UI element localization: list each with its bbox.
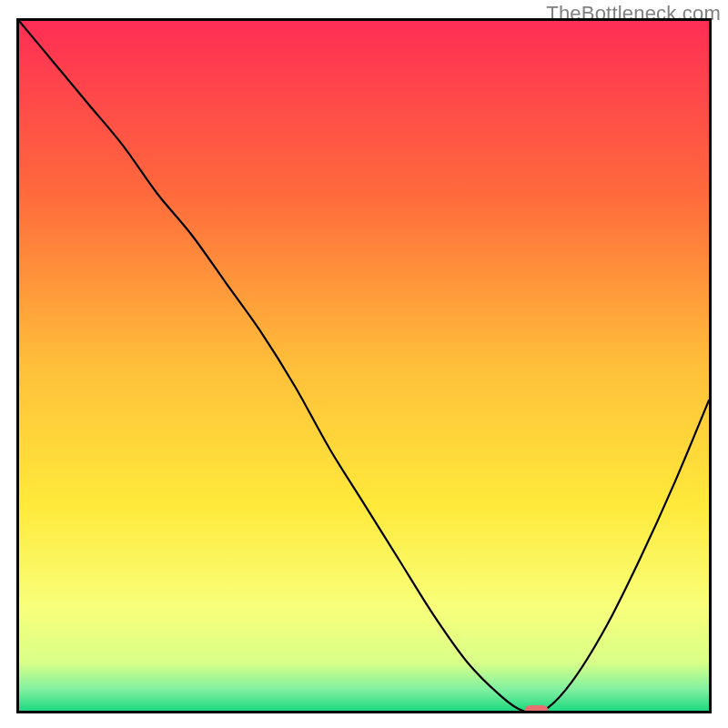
chart-svg xyxy=(16,18,712,713)
chart-container xyxy=(16,18,712,713)
chart-background-gradient xyxy=(19,21,709,711)
